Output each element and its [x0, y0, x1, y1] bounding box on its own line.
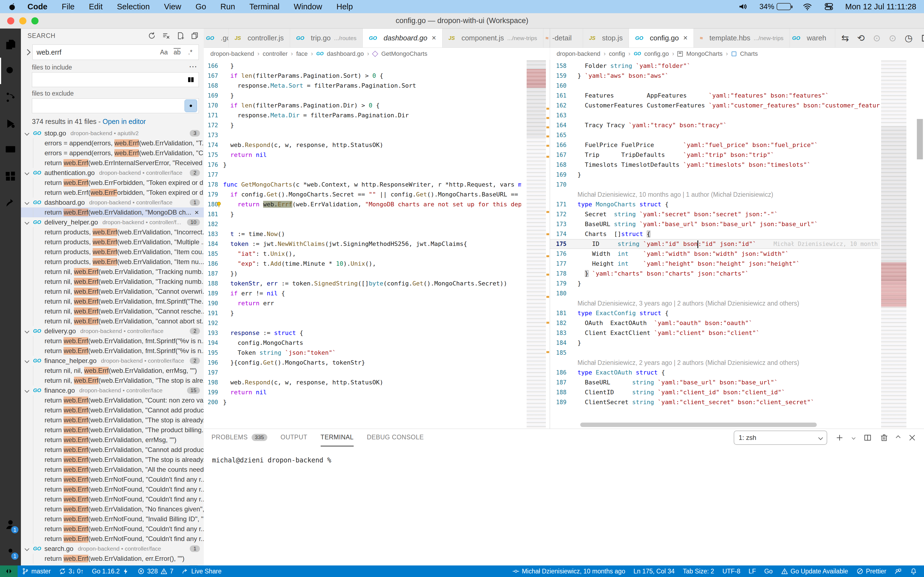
- terminal-select[interactable]: 1: zsh: [734, 430, 827, 445]
- result-match-row[interactable]: return web.Errf(web.ErrValidation, fmt.S…: [21, 346, 204, 356]
- result-match-row[interactable]: return nil, web.Errf(web.ErrValidation, …: [21, 297, 204, 306]
- open-changes-icon[interactable]: ⇆: [841, 33, 849, 44]
- exclude-settings-icon[interactable]: [185, 100, 197, 112]
- terminal[interactable]: michal@dzieni dropon-backend %: [204, 446, 924, 566]
- apple-icon[interactable]: [8, 2, 16, 11]
- tab-dashboard.go[interactable]: GOdashboard.go×: [363, 29, 442, 48]
- result-match-row[interactable]: return products, web.Errf(web.ErrValidat…: [21, 237, 204, 247]
- result-match-row[interactable]: return nil, web.Errf(web.ErrValidation, …: [21, 316, 204, 326]
- plus-icon[interactable]: [835, 434, 844, 442]
- panel-tab-output[interactable]: OUTPUT: [281, 429, 307, 446]
- breadcrumb-item[interactable]: dashboard.go: [327, 50, 364, 57]
- status-git-blame[interactable]: Michał Dzienisiewicz, 10 months ago: [508, 566, 630, 577]
- result-file-row[interactable]: GOstop.godropon-backend • apiutilv23: [21, 128, 204, 138]
- status-go-update[interactable]: Go Update Available: [777, 566, 852, 577]
- menu-clock[interactable]: Mon 12 Jul 11:11:28: [845, 2, 917, 11]
- file-history-icon[interactable]: ◷: [905, 33, 913, 44]
- result-match-row[interactable]: return nil, nil, web.Errf(web.ErrValidat…: [21, 366, 204, 376]
- match-case-toggle[interactable]: Aa: [158, 46, 170, 58]
- volume-icon[interactable]: [738, 2, 748, 11]
- result-match-row[interactable]: return web.Errf(web.ErrValidation, err.E…: [21, 554, 204, 564]
- breadcrumb-item[interactable]: controller: [263, 50, 288, 57]
- result-match-row[interactable]: return nil, web.Errf(web.ErrValidation, …: [21, 267, 204, 277]
- remote-indicator[interactable]: [0, 566, 18, 577]
- dismiss-match-icon[interactable]: ×: [195, 208, 199, 217]
- result-match-row[interactable]: return web.Errf(web.ErrNotFound, "Couldn…: [21, 494, 204, 504]
- new-search-editor-icon[interactable]: [176, 32, 184, 40]
- result-match-row[interactable]: return web.Errf(web.ErrForbidden, "Token…: [21, 178, 204, 188]
- menu-item-help[interactable]: Help: [337, 2, 353, 11]
- result-match-row[interactable]: return web.Errf(web.ErrValidation, errMs…: [21, 435, 204, 445]
- menu-item-code[interactable]: Code: [27, 2, 48, 11]
- editor-pane-config[interactable]: 158 Folder string `yaml:"folder"`159} `y…: [550, 60, 924, 429]
- tab-trip.go[interactable]: GOtrip.go.../routes: [290, 29, 363, 48]
- status-eol[interactable]: LF: [745, 566, 760, 577]
- result-match-row[interactable]: return web.Errf(web.ErrNotFound, "Couldn…: [21, 534, 204, 544]
- vertical-scrollbar[interactable]: [916, 60, 924, 429]
- split-editor-icon[interactable]: [921, 34, 924, 43]
- result-match-row[interactable]: return products, web.Errf(web.ErrValidat…: [21, 257, 204, 267]
- close-tab-icon[interactable]: ×: [432, 34, 436, 42]
- discard-changes-icon[interactable]: ⟲: [857, 33, 865, 44]
- tab-.go[interactable]: GO.go: [204, 29, 229, 48]
- lightbulb-icon[interactable]: [215, 201, 223, 208]
- result-file-row[interactable]: GOdelivery_helper.godropon-backend • con…: [21, 218, 204, 227]
- status-feedback[interactable]: [890, 566, 906, 577]
- status-indentation[interactable]: Tab Size: 2: [679, 566, 718, 577]
- status-cursor-position[interactable]: Ln 175, Col 34: [629, 566, 679, 577]
- breadcrumb-item[interactable]: dropon-backend: [557, 50, 600, 57]
- terminal-dropdown-icon[interactable]: [852, 436, 856, 440]
- result-match-row[interactable]: return web.Errf(web.ErrNotFound, "Couldn…: [21, 524, 204, 534]
- status-branch[interactable]: master: [18, 566, 55, 577]
- result-match-row[interactable]: return web.Errf(web.ErrNotFound, "Invali…: [21, 514, 204, 524]
- result-file-row[interactable]: GOstop_helper.godropon-backend • control…: [21, 564, 204, 566]
- toggle-replace-icon[interactable]: [24, 49, 31, 55]
- minimap-left[interactable]: [527, 60, 546, 429]
- search-input[interactable]: web.errf Aaab.*: [32, 45, 199, 60]
- minimize-window-button[interactable]: [19, 17, 26, 24]
- search-only-open-editors-icon[interactable]: [185, 74, 197, 86]
- close-window-button[interactable]: [7, 17, 14, 24]
- regex-toggle[interactable]: .*: [184, 46, 196, 58]
- activity-accounts[interactable]: 1: [0, 511, 21, 537]
- maximize-window-button[interactable]: [31, 17, 39, 24]
- result-match-row[interactable]: errors = append(errors, web.Errf(web.Err…: [21, 138, 204, 148]
- result-file-row[interactable]: GOfinance.godropon-backend • controller/…: [21, 385, 204, 395]
- result-file-row[interactable]: GOfinance_helper.godropon-backend • cont…: [21, 356, 204, 366]
- result-file-row[interactable]: GOdelivery.godropon-backend • controller…: [21, 326, 204, 336]
- refresh-icon[interactable]: [148, 32, 156, 40]
- result-file-row[interactable]: GOauthentication.godropon-backend • cont…: [21, 168, 204, 178]
- result-match-row[interactable]: return web.Errf(web.ErrValidation, "Mong…: [21, 208, 204, 218]
- breadcrumb-item[interactable]: Charts: [740, 50, 758, 57]
- result-file-row[interactable]: GOdashboard.godropon-backend • controlle…: [21, 198, 204, 208]
- close-icon[interactable]: [908, 434, 916, 442]
- tab-partial[interactable]: ≈: [543, 29, 550, 48]
- control-center-icon[interactable]: [824, 2, 834, 11]
- result-match-row[interactable]: return nil, web.Errf(web.ErrValidation, …: [21, 287, 204, 297]
- activity-source-control[interactable]: [0, 84, 21, 110]
- tab-component.js[interactable]: JScomponent.js.../new-trips: [443, 29, 543, 48]
- next-change-icon[interactable]: ⊙: [889, 33, 897, 44]
- menu-item-terminal[interactable]: Terminal: [249, 2, 279, 11]
- tab-template.hbs[interactable]: ≈template.hbs.../new-trips: [694, 29, 790, 48]
- result-match-row[interactable]: return web.Errf(web.ErrValidation, "No f…: [21, 504, 204, 514]
- breadcrumb-item[interactable]: GetMongoCharts: [381, 50, 427, 57]
- open-in-editor-icon[interactable]: [191, 32, 199, 40]
- activity-live-share[interactable]: [0, 190, 21, 216]
- result-match-row[interactable]: return web.Errf(web.ErrValidation, "Cann…: [21, 445, 204, 455]
- status-sync[interactable]: 3↓ 0↑: [55, 566, 88, 577]
- result-match-row[interactable]: return products, web.Errf(web.ErrValidat…: [21, 227, 204, 237]
- previous-change-icon[interactable]: ⊙: [873, 33, 880, 44]
- status-language-mode[interactable]: Go: [760, 566, 777, 577]
- panel-tab-debug-console[interactable]: DEBUG CONSOLE: [367, 429, 424, 446]
- result-match-row[interactable]: return products, web.Errf(web.ErrValidat…: [21, 247, 204, 257]
- close-tab-icon[interactable]: ×: [683, 34, 688, 42]
- activity-explorer[interactable]: [0, 31, 21, 58]
- menu-item-file[interactable]: File: [62, 2, 75, 11]
- activity-run-debug[interactable]: [0, 110, 21, 137]
- breadcrumb-item[interactable]: face: [296, 50, 308, 57]
- whole-word-toggle[interactable]: ab: [171, 46, 183, 58]
- result-match-row[interactable]: return web.Errf(web.ErrForbidden, "Token…: [21, 188, 204, 198]
- breadcrumb-item[interactable]: config: [609, 50, 625, 57]
- status-problems[interactable]: 3287: [133, 566, 178, 577]
